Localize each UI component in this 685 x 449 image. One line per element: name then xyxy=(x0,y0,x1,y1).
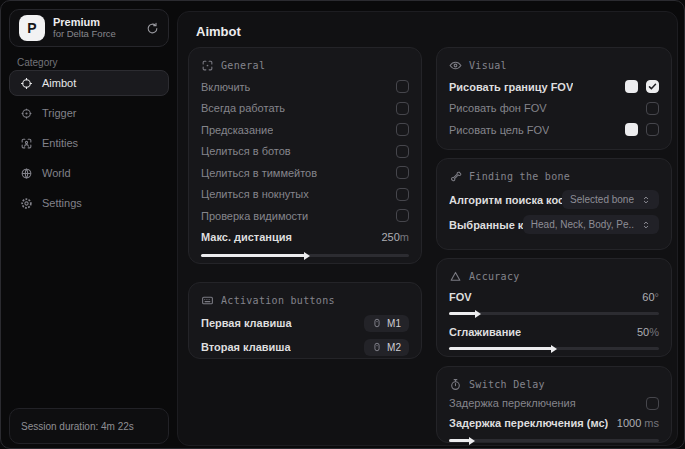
brand-title: Premium xyxy=(53,16,138,29)
sidebar-item-label: Entities xyxy=(42,137,78,149)
sidebar-item-label: Trigger xyxy=(42,107,76,119)
toggle-row: Целиться в тиммейтов xyxy=(201,162,409,184)
max-distance-slider[interactable] xyxy=(201,254,409,257)
sidebar-item-settings[interactable]: Settings xyxy=(9,190,169,216)
keyboard-icon xyxy=(201,294,214,307)
bone-header-label: Finding the bone xyxy=(469,171,570,182)
slider-label-row: Макс. дистанция 250m xyxy=(201,227,409,249)
sidebar-item-entities[interactable]: Entities xyxy=(9,130,169,156)
bone-row: Алгоритм поиска кост Selected bone xyxy=(449,187,659,212)
sidebar-item-world[interactable]: World xyxy=(9,160,169,186)
slider-value: 50% xyxy=(637,326,659,338)
scan-icon xyxy=(201,59,214,72)
visual-label: Рисовать цель FOV xyxy=(449,124,549,136)
toggle-label: Предсказание xyxy=(201,124,273,136)
keybind-label: Вторая клавиша xyxy=(201,341,291,353)
brand-logo: P xyxy=(19,15,45,41)
brand-meta: Premium for Delta Force xyxy=(53,16,138,40)
sidebar-item-aimbot[interactable]: Aimbot xyxy=(9,70,169,96)
stopwatch-icon xyxy=(449,378,462,391)
premium-card[interactable]: P Premium for Delta Force xyxy=(9,9,169,47)
switch-delay-header-label: Switch Delay xyxy=(469,379,545,390)
sidebar-item-label: Settings xyxy=(42,197,82,209)
switch-delay-header: Switch Delay xyxy=(449,376,659,392)
toggle-row: Включить xyxy=(201,76,409,98)
checkbox[interactable] xyxy=(396,102,409,115)
slider-label: FOV xyxy=(449,291,472,303)
color-swatch[interactable] xyxy=(625,80,638,93)
checkbox[interactable] xyxy=(646,397,659,410)
smoothing-slider[interactable] xyxy=(449,347,659,350)
bone-icon xyxy=(449,170,462,183)
keybind-label: Первая клавиша xyxy=(201,317,292,329)
unfold-icon xyxy=(641,195,651,205)
accuracy-card: Accuracy FOV 60° Сглаживание 50% xyxy=(436,258,672,357)
toggle-label: Целиться в нокнутых xyxy=(201,188,309,200)
switch-delay-slider[interactable] xyxy=(449,439,659,442)
checkbox[interactable] xyxy=(396,166,409,179)
mouse-icon xyxy=(372,342,382,352)
checkbox[interactable] xyxy=(396,145,409,158)
entities-icon xyxy=(20,137,33,150)
keybind-button-m1[interactable]: M1 xyxy=(364,315,409,332)
color-swatch[interactable] xyxy=(625,123,638,136)
slider-label: Сглаживание xyxy=(449,326,521,338)
main-panel: Aimbot General Включить Всегда работать … xyxy=(177,11,678,446)
bone-label: Выбранные кос xyxy=(449,219,523,231)
bone-label: Алгоритм поиска кост xyxy=(449,194,562,206)
selected-bones-select[interactable]: Head, Neck, Body, Pe.. xyxy=(523,215,659,234)
checkbox[interactable] xyxy=(646,123,659,136)
sidebar: P Premium for Delta Force Category Aimbo… xyxy=(1,1,177,448)
toggle-label: Всегда работать xyxy=(201,102,285,114)
slider-value: 1000 ms xyxy=(617,417,659,429)
slider-label-row: Сглаживание 50% xyxy=(449,322,659,341)
toggle-label: Целиться в тиммейтов xyxy=(201,167,317,179)
general-card: General Включить Всегда работать Предска… xyxy=(188,47,422,264)
visual-label: Рисовать фон FOV xyxy=(449,102,547,114)
eye-icon xyxy=(449,59,462,72)
category-label: Category xyxy=(17,57,58,68)
toggle-label: Проверка видимости xyxy=(201,210,308,222)
checkbox[interactable] xyxy=(646,102,659,115)
visual-card: Visual Рисовать границу FOV Рисовать фон… xyxy=(436,47,672,150)
toggle-row: Задержка переключения xyxy=(449,393,659,413)
sidebar-item-trigger[interactable]: Trigger xyxy=(9,100,169,126)
app-window: P Premium for Delta Force Category Aimbo… xyxy=(0,0,685,449)
session-duration-text: Session duration: 4m 22s xyxy=(21,421,134,432)
toggle-row: Целиться в ботов xyxy=(201,141,409,163)
checkbox[interactable] xyxy=(646,80,659,93)
visual-label: Рисовать границу FOV xyxy=(449,81,573,93)
activation-header-label: Activation buttons xyxy=(221,295,335,306)
keybind-button-m2[interactable]: M2 xyxy=(364,339,409,356)
gear-icon xyxy=(20,197,33,210)
bone-algorithm-select[interactable]: Selected bone xyxy=(562,190,659,209)
visual-row: Рисовать фон FOV xyxy=(449,98,659,120)
bone-card: Finding the bone Алгоритм поиска кост Se… xyxy=(436,158,672,250)
unfold-icon xyxy=(641,220,651,230)
keybind-value: M2 xyxy=(387,342,401,353)
toggle-label: Включить xyxy=(201,81,250,93)
general-header-label: General xyxy=(221,60,265,71)
general-header: General xyxy=(201,57,409,73)
slider-label: Задержка переключения (мс) xyxy=(449,417,608,429)
visual-row: Рисовать границу FOV xyxy=(449,76,659,98)
world-icon xyxy=(20,167,33,180)
accuracy-header: Accuracy xyxy=(449,268,659,284)
checkbox[interactable] xyxy=(396,80,409,93)
accuracy-header-label: Accuracy xyxy=(469,271,520,282)
checkbox[interactable] xyxy=(396,209,409,222)
fov-slider[interactable] xyxy=(449,312,659,315)
checkbox[interactable] xyxy=(396,123,409,136)
select-value: Selected bone xyxy=(570,194,634,205)
select-value: Head, Neck, Body, Pe.. xyxy=(531,219,634,230)
slider-value: 250m xyxy=(381,231,409,243)
crosshair-icon xyxy=(20,77,33,90)
toggle-row: Проверка видимости xyxy=(201,205,409,227)
mouse-icon xyxy=(372,318,382,328)
bone-header: Finding the bone xyxy=(449,168,659,184)
checkbox[interactable] xyxy=(396,188,409,201)
keybind-row: Первая клавиша M1 xyxy=(201,311,409,335)
slider-value: 60° xyxy=(642,291,659,303)
sync-icon[interactable] xyxy=(146,22,159,35)
triangle-icon xyxy=(449,270,462,283)
